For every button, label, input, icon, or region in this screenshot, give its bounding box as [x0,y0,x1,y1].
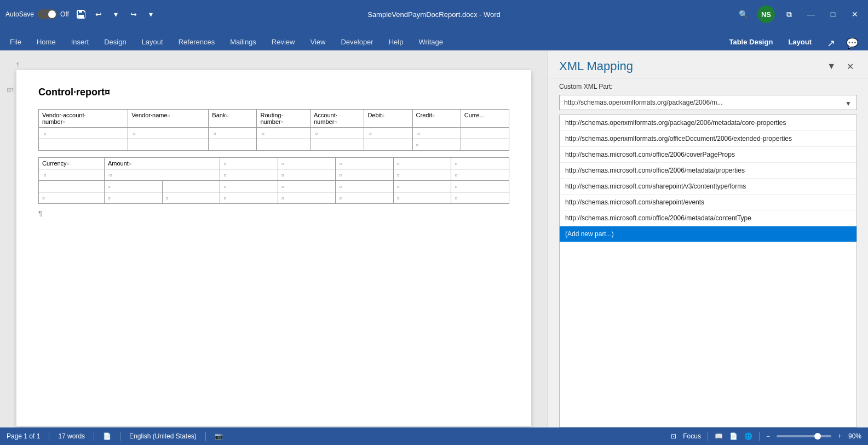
minimize-icon[interactable]: — [803,7,819,22]
xml-list-item[interactable]: http://schemas.microsoft.com/office/2006… [560,147,856,163]
document-title-text: Control·report¤ [38,87,509,98]
doc-formatting-marks: ¶ [16,61,20,68]
col-empty5: ¤ [451,158,509,169]
xml-items-list: http://schemas.openxmlformats.org/packag… [559,115,857,427]
share-icon[interactable]: ↗ [824,36,838,50]
quick-access-toolbar: ↩ ▾ ↪ ▾ [73,7,159,22]
status-bar: Page 1 of 1 17 words 📄 English (United S… [0,427,868,445]
col-empty4: ¤ [393,158,451,169]
final-para-mark: ¶ [38,209,509,218]
language: English (United States) [129,432,197,440]
xml-list-item-add-new[interactable]: (Add new part...) [560,226,856,242]
col-empty3: ¤ [336,158,394,169]
table-row: ¤ [39,139,509,151]
title-bar: AutoSave Off ↩ ▾ ↪ ▾ SampleVendPaymDocRe… [0,0,868,28]
maximize-icon[interactable]: □ [825,7,841,22]
tab-review[interactable]: Review [264,33,303,50]
xml-panel-collapse-btn[interactable]: ▼ [824,60,839,72]
search-icon[interactable]: 🔍 [735,7,751,22]
xml-list-item[interactable]: http://schemas.microsoft.com/sharepoint/… [560,195,856,210]
toggle-knob [48,10,56,18]
proofing-icon[interactable]: 📄 [103,432,111,440]
status-divider-2 [94,432,94,441]
tab-writage[interactable]: Writage [411,33,451,50]
left-margin-mark: ⊞¶ [7,87,15,94]
tab-design[interactable]: Design [96,33,134,50]
xml-part-dropdown[interactable]: http://schemas.openxmlformats.org/packag… [559,95,857,110]
user-avatar[interactable]: NS [757,5,775,23]
read-mode-icon[interactable]: 📖 [715,432,723,440]
svg-rect-1 [78,15,84,18]
col-currency: Currency¤ [39,158,105,169]
document-area: ¶ ⊞¶ Control·report¤ Vendor·account·numb… [0,50,548,427]
zoom-out-icon[interactable]: − [766,432,770,440]
focus-icon[interactable]: ⊡ [671,432,676,440]
comment-icon[interactable]: 💬 [843,36,861,50]
xml-panel-close-btn[interactable]: ✕ [843,60,857,73]
xml-panel-controls: ▼ ✕ [824,60,857,73]
customize-icon[interactable]: ▾ [143,7,159,22]
col-empty1: ¤ [220,158,278,169]
tab-references[interactable]: References [171,33,222,50]
status-divider-4 [205,432,206,441]
tab-help[interactable]: Help [381,33,411,50]
table-row: ·¤ ·¤ ¤ ¤ ¤ ¤ ¤ [39,169,509,181]
col-header-credit: Credit¤ [412,110,461,128]
focus-label: Focus [683,432,701,440]
col-header-account: Account·number¤ [311,110,364,128]
col-header-currency: Curre... [461,110,509,128]
tab-table-design[interactable]: Table Design [721,33,780,50]
zoom-slider[interactable] [777,435,831,437]
xml-part-label: Custom XML Part: [548,78,868,93]
redo-icon[interactable]: ↪ [126,7,141,22]
col-header-routing: Routing·number¤ [257,110,311,128]
tab-file[interactable]: File [2,33,29,50]
status-divider-6 [759,432,760,441]
tab-home[interactable]: Home [29,33,64,50]
zoom-thumb [814,433,821,440]
xml-list-item[interactable]: http://schemas.openxmlformats.org/packag… [560,115,856,131]
tab-developer[interactable]: Developer [333,33,381,50]
status-right: ⊡ Focus 📖 📄 🌐 − + 90% [671,432,861,441]
restore-window-icon[interactable]: ⧉ [781,7,797,22]
document-table[interactable]: Vendor·account·number¤ Vendor·name¤ Bank… [38,109,509,151]
tab-layout[interactable]: Layout [134,33,171,50]
track-changes-icon[interactable]: 📷 [215,432,223,440]
xml-mapping-panel: XML Mapping ▼ ✕ Custom XML Part: http://… [548,50,868,427]
table-row: ¤ ¤ ¤ ¤ ¤ ¤ [39,181,509,192]
close-icon[interactable]: ✕ [847,7,863,22]
tab-view[interactable]: View [302,33,333,50]
tab-layout2[interactable]: Layout [780,33,819,50]
main-area: ¶ ⊞¶ Control·report¤ Vendor·account·numb… [0,50,868,427]
zoom-in-icon[interactable]: + [838,432,842,440]
app-name: Word [484,10,501,19]
autosave-toggle[interactable] [37,9,57,19]
xml-list-item[interactable]: http://schemas.microsoft.com/sharepoint/… [560,179,856,195]
document-table-2[interactable]: Currency¤ Amount¤ ¤ ¤ ¤ ¤ ¤ ·¤ ·¤ ¤ ¤ [38,157,509,204]
tab-mailings[interactable]: Mailings [222,33,264,50]
status-divider [49,432,49,441]
table-row: ¤ ¤ ¤ ¤ ¤ ¤ ¤ ¤ [39,192,509,204]
filename: SampleVendPaymDocReport.docx [367,10,477,19]
save-icon[interactable] [73,7,89,22]
page-info: Page 1 of 1 [7,432,40,440]
autosave-label: AutoSave [5,10,34,18]
separator: - [479,10,484,19]
xml-list-item[interactable]: http://schemas.openxmlformats.org/office… [560,131,856,147]
xml-dropdown-container: http://schemas.openxmlformats.org/packag… [548,93,868,115]
undo-dropdown-icon[interactable]: ▾ [108,7,124,22]
undo-icon[interactable]: ↩ [91,7,106,22]
tab-insert[interactable]: Insert [64,33,97,50]
web-layout-icon[interactable]: 🌐 [744,432,752,440]
word-count: 17 words [58,432,85,440]
table-row: ·¤ ·¤ ·¤ ·¤ ·¤ ·¤ ·¤ [39,128,509,139]
print-layout-icon[interactable]: 📄 [729,432,738,440]
document-page[interactable]: ⊞¶ Control·report¤ Vendor·account·number… [16,70,531,426]
xml-list-item[interactable]: http://schemas.microsoft.com/office/2006… [560,210,856,226]
xml-list-item[interactable]: http://schemas.microsoft.com/office/2006… [560,163,856,179]
zoom-level: 90% [848,432,861,440]
document-title: SampleVendPaymDocReport.docx - Word [291,10,577,19]
autosave-section: AutoSave Off [5,9,69,19]
autosave-state: Off [60,10,69,18]
col-header-vendor-name: Vendor·name¤ [128,110,209,128]
